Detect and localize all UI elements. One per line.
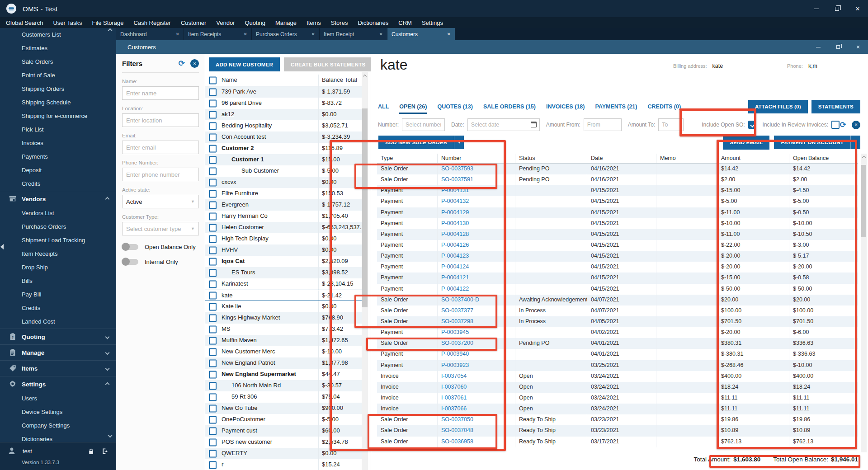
transactions-clear-icon[interactable]: ✕ (852, 121, 860, 129)
detail-tab-invoices-18[interactable]: INVOICES (18) (546, 103, 585, 114)
column-header-amount[interactable]: Amount (717, 154, 789, 163)
row-checkbox[interactable] (209, 258, 217, 265)
calendar-icon[interactable] (531, 122, 537, 127)
include-open-so-checkbox[interactable] (748, 121, 756, 129)
add-sale-order-dropdown-icon[interactable]: ▼ (454, 136, 464, 149)
tab-close-icon[interactable]: ✕ (377, 32, 383, 37)
customer-row-new-customer-merc[interactable]: New Customer Merc$-10.00 (205, 346, 362, 357)
email-filter-input[interactable] (122, 141, 199, 154)
row-checkbox[interactable] (209, 382, 217, 390)
inner-close-button[interactable]: ✕ (848, 40, 868, 54)
cell-number[interactable]: SO-0037048 (438, 425, 515, 436)
menu-item-global-search[interactable]: Global Search (1, 17, 48, 28)
menu-item-quoting[interactable]: Quoting (240, 17, 270, 28)
row-checkbox[interactable] (209, 145, 217, 152)
transaction-row-p-0003945[interactable]: PaymentP-000394504/02/2021$-20.00$-6.00 (377, 327, 858, 338)
create-bulk-statements-button[interactable]: CREATE BULK STATEMENTS (284, 57, 372, 71)
row-checkbox[interactable] (209, 167, 217, 175)
row-checkbox[interactable] (209, 427, 217, 435)
cell-number[interactable]: I-0037060 (438, 382, 515, 393)
detail-tab-open-26[interactable]: OPEN (26) (399, 103, 427, 114)
include-in-review-checkbox[interactable] (831, 121, 840, 129)
filters-close-icon[interactable]: ✕ (190, 59, 199, 68)
row-checkbox[interactable] (209, 348, 217, 356)
row-checkbox[interactable] (209, 88, 217, 96)
row-checkbox[interactable] (209, 371, 217, 378)
transaction-row-i-0037054[interactable]: InvoiceI-0037054Open03/24/2021$400.00$40… (377, 371, 858, 382)
cell-number[interactable]: I-0037066 (438, 404, 515, 414)
customer-row-qwerty[interactable]: QWERTY$0.00 (205, 448, 362, 459)
sidebar-item-shipping-orders[interactable]: Shipping Orders (0, 82, 116, 96)
customer-row-iqos-cat[interactable]: Iqos Cat$2,520.09 (205, 256, 362, 267)
row-checkbox[interactable] (209, 280, 217, 288)
cell-number[interactable]: SO-0037591 (438, 174, 515, 185)
column-header-status[interactable]: Status (515, 154, 587, 163)
row-checkbox[interactable] (209, 235, 217, 243)
cell-number[interactable]: I-0037054 (438, 371, 515, 382)
row-checkbox[interactable] (209, 325, 217, 333)
row-checkbox[interactable] (209, 438, 217, 446)
column-header-open-balance[interactable]: Open Balance (789, 154, 858, 163)
transaction-row-p-0003940[interactable]: PaymentP-000394004/01/2021$-380.31$-336.… (377, 349, 858, 360)
cell-number[interactable]: P-0003940 (438, 349, 515, 360)
cell-number[interactable]: P-0003945 (438, 327, 515, 338)
menu-item-file-storage[interactable]: File Storage (87, 17, 128, 28)
sidebar-item-deposit[interactable]: Deposit (0, 164, 116, 177)
customer-row-high-tech-display[interactable]: High Tech Display$0.00 (205, 233, 362, 244)
cell-number[interactable]: SO-0037593 (438, 164, 515, 174)
sidebar-item-landed-cost[interactable]: Landed Cost (0, 315, 116, 329)
row-checkbox[interactable] (209, 111, 217, 118)
column-header-number[interactable]: Number (438, 154, 515, 163)
customer-row-59-rt-306[interactable]: 59 Rt 306$75.04 (205, 391, 362, 403)
sidebar-item-pay-bill[interactable]: Pay Bill (0, 288, 116, 301)
row-checkbox[interactable] (209, 337, 217, 344)
sidebar-item-users[interactable]: Users (0, 392, 116, 405)
scrollbar-thumb[interactable] (362, 108, 368, 307)
menu-item-customer[interactable]: Customer (176, 17, 211, 28)
customer-row-kate-lie[interactable]: Kate lie$0.00 (205, 301, 362, 312)
row-checkbox[interactable] (209, 190, 217, 197)
customer-row-ak12[interactable]: ak12$0.00 (205, 109, 362, 120)
sidebar-item-shipping-schedule[interactable]: Shipping Schedule (0, 96, 116, 109)
transaction-row-p-0004130[interactable]: PaymentP-000413004/15/2021$-10.00$-10.00 (377, 218, 858, 229)
cell-number[interactable]: P-0004130 (438, 218, 515, 229)
sidebar-item-device-settings[interactable]: Device Settings (0, 405, 116, 419)
transaction-row-so-0037200[interactable]: Sale OrderSO-0037200Pending PO04/01/2021… (377, 338, 858, 349)
customer-row-ms[interactable]: MS$773.42 (205, 324, 362, 335)
transaction-row-i-0037066[interactable]: InvoiceI-0037066Open03/24/2021$11.11$11.… (377, 404, 858, 414)
cell-number[interactable]: SO-0037200 (438, 338, 515, 349)
transaction-row-so-0037591[interactable]: Sale OrderSO-0037591Pending PO04/16/2021… (377, 174, 858, 185)
sidebar-item-pick-list[interactable]: Pick List (0, 123, 116, 136)
cell-number[interactable]: P-0004123 (438, 251, 515, 262)
sidebar-item-purchase-orders[interactable]: Purchase Orders (0, 220, 116, 234)
sidebar-item-estimates[interactable]: Estimates (0, 42, 116, 55)
customer-row-customer-1[interactable]: Customer 1$15.00 (205, 154, 362, 165)
detail-tab-credits-0[interactable]: CREDITS (0) (647, 103, 681, 114)
cell-number[interactable]: SO-0037050 (438, 414, 515, 425)
customer-row-r[interactable]: r$15.24 (205, 459, 362, 470)
sidebar-section-items[interactable]: Items (0, 360, 116, 376)
customer-row-kings-highway-market[interactable]: Kings Highway Market$768.90 (205, 312, 362, 324)
customer-row-es-tours[interactable]: ES Tours$3,398.52 (205, 267, 362, 278)
sidebar-item-company-settings[interactable]: Company Settings (0, 419, 116, 432)
customer-row-helen-customer[interactable]: Helen Customer$-653,243,537.27 (205, 222, 362, 233)
cell-number[interactable]: SO-0036958 (438, 437, 515, 447)
close-button[interactable]: ✕ (847, 0, 868, 17)
logout-icon[interactable] (101, 447, 109, 455)
inner-restore-button[interactable] (828, 40, 848, 54)
row-checkbox[interactable] (209, 133, 217, 141)
cell-number[interactable]: I-0037061 (438, 393, 515, 404)
menu-item-items[interactable]: Items (302, 17, 326, 28)
transaction-row-p-0004122[interactable]: PaymentP-000412204/15/2021$-50.00$-50.00 (377, 284, 858, 295)
restore-button[interactable] (826, 0, 847, 17)
tab-customers[interactable]: Customers✕ (387, 28, 455, 40)
tab-item-receipt[interactable]: Item Receipt✕ (320, 28, 387, 40)
sidebar-item-item-receipts[interactable]: Item Receipts (0, 247, 116, 261)
payment-on-account-dropdown-icon[interactable]: ▼ (850, 136, 860, 149)
customer-row-new-england-supermarket[interactable]: New England Supermarket$44.47 (205, 369, 362, 380)
row-checkbox[interactable] (209, 450, 217, 457)
customer-row-customer-2[interactable]: Customer 2$115.89 (205, 143, 362, 154)
select-all-checkbox[interactable] (209, 76, 217, 84)
cell-number[interactable]: P-0004128 (438, 229, 515, 240)
sidebar-section-quoting[interactable]: ?Quoting (0, 329, 116, 344)
